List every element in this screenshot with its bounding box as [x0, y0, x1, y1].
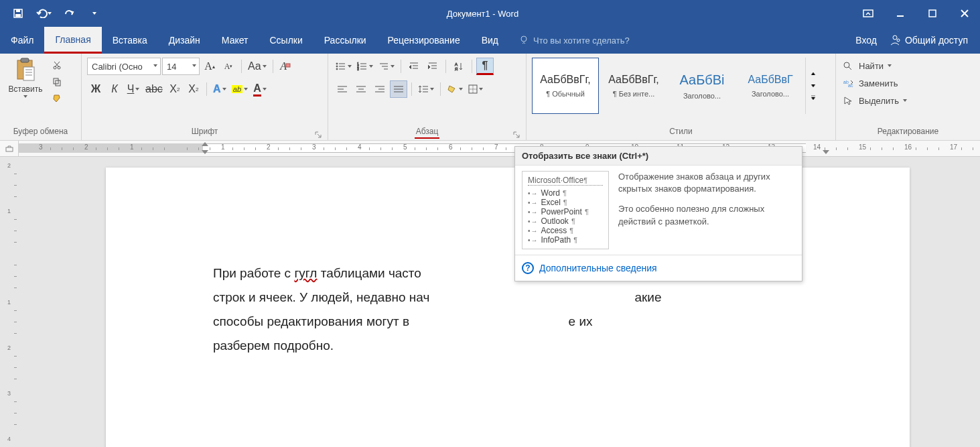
tab-home[interactable]: Главная	[44, 27, 101, 54]
tab-view[interactable]: Вид	[471, 27, 509, 54]
increase-indent-icon[interactable]	[424, 58, 441, 75]
bold-button[interactable]: Ж	[87, 80, 104, 98]
tab-file[interactable]: Файл	[0, 27, 44, 54]
svg-rect-5	[929, 10, 936, 17]
window-controls	[853, 0, 980, 27]
underline-button[interactable]: Ч	[125, 80, 142, 98]
titlebar: Документ1 - Word	[0, 0, 980, 27]
italic-button[interactable]: К	[106, 80, 123, 98]
highlight-icon[interactable]: ab	[230, 80, 250, 98]
group-editing: Найти abac Заменить Выделить Редактирова…	[836, 54, 980, 140]
svg-point-28	[336, 68, 338, 70]
sign-in-link[interactable]: Вход	[855, 35, 877, 46]
share-button[interactable]: Общий доступ	[889, 34, 968, 46]
bullet-list-icon[interactable]	[334, 58, 354, 75]
decrease-indent-icon[interactable]	[405, 58, 423, 75]
ribbon: Вставить Буфер обмена Calibri (Осно 14 A…	[0, 54, 980, 141]
group-font: Calibri (Осно 14 A▴ A▾ Aa A Ж К Ч abc X2…	[82, 54, 328, 140]
close-icon[interactable]	[949, 3, 980, 24]
numbered-list-icon[interactable]: 123	[355, 58, 375, 75]
cut-icon[interactable]	[48, 58, 66, 72]
style-heading1[interactable]: АаБбВі Заголово...	[669, 58, 736, 114]
chevron-down-icon[interactable]	[23, 95, 27, 98]
maximize-icon[interactable]	[917, 3, 948, 24]
tab-design[interactable]: Дизайн	[158, 27, 211, 54]
font-name-value: Calibri (Осно	[92, 62, 143, 72]
styles-gallery[interactable]: АаБбВвГг, ¶ Обычный АаБбВвГг, ¶ Без инте…	[532, 58, 819, 114]
tab-mailings[interactable]: Рассылки	[313, 27, 377, 54]
superscript-button[interactable]: X2	[185, 80, 202, 98]
redo-icon[interactable]	[58, 4, 80, 23]
tell-me-search[interactable]: Что вы хотите сделать?	[509, 27, 630, 54]
grow-font-icon[interactable]: A▴	[201, 58, 218, 75]
ribbon-display-icon[interactable]	[853, 3, 884, 24]
chevron-down-icon[interactable]	[48, 12, 52, 15]
ribbon-tabs: Файл Главная Вставка Дизайн Макет Ссылки…	[0, 27, 980, 54]
group-label-clipboard: Буфер обмена	[5, 124, 76, 139]
tab-layout[interactable]: Макет	[211, 27, 259, 54]
strikethrough-button[interactable]: abc	[143, 80, 165, 98]
ruler-corner[interactable]	[0, 141, 19, 157]
style-heading2[interactable]: АаБбВвГ Заголово...	[737, 58, 804, 114]
multilevel-list-icon[interactable]	[376, 58, 397, 75]
replace-button[interactable]: abac Заменить	[841, 75, 911, 91]
document-area[interactable]: При работе с гугл таблицами часто возник…	[19, 157, 980, 447]
tooltip-preview: Microsoft·Office¶ Word¶Excel¶PowerPoint¶…	[522, 171, 609, 249]
clear-formatting-icon[interactable]: A	[277, 58, 295, 75]
paste-button[interactable]: Вставить	[5, 58, 46, 98]
tab-insert[interactable]: Вставка	[102, 27, 158, 54]
text-effects-icon[interactable]: A	[211, 80, 228, 98]
tab-references[interactable]: Ссылки	[259, 27, 313, 54]
svg-text:Я: Я	[455, 67, 458, 71]
help-icon: ?	[522, 262, 534, 274]
group-label-paragraph: Абзац	[334, 124, 520, 139]
find-button[interactable]: Найти	[841, 58, 911, 74]
shading-icon[interactable]	[445, 80, 465, 98]
svg-rect-70	[6, 147, 13, 151]
svg-point-66	[844, 62, 849, 68]
share-label: Общий доступ	[905, 35, 968, 46]
align-left-icon[interactable]	[334, 80, 351, 98]
sort-icon[interactable]: АЯ	[450, 58, 468, 75]
paste-label: Вставить	[9, 84, 43, 94]
format-painter-icon[interactable]	[48, 91, 66, 106]
show-hide-marks-button[interactable]: ¶	[476, 58, 494, 75]
tooltip-more-link[interactable]: ? Дополнительные сведения	[522, 262, 795, 274]
style-nospacing[interactable]: АаБбВвГг, ¶ Без инте...	[600, 58, 667, 114]
save-icon[interactable]	[7, 4, 29, 23]
align-right-icon[interactable]	[371, 80, 389, 98]
copy-icon[interactable]	[48, 74, 66, 89]
style-normal[interactable]: АаБбВвГг, ¶ Обычный	[532, 58, 599, 114]
svg-text:ac: ac	[848, 83, 853, 88]
dialog-launcher-icon[interactable]	[512, 128, 520, 136]
group-label-editing: Редактирование	[841, 124, 975, 139]
group-clipboard: Вставить Буфер обмена	[0, 54, 82, 140]
line-spacing-icon[interactable]	[416, 80, 436, 98]
window-title: Документ1 - Word	[113, 9, 853, 19]
tell-me-placeholder: Что вы хотите сделать?	[533, 36, 630, 46]
select-button[interactable]: Выделить	[841, 92, 911, 109]
borders-icon[interactable]	[466, 80, 485, 98]
font-size-select[interactable]: 14	[162, 58, 200, 75]
subscript-button[interactable]: X2	[166, 80, 184, 98]
dialog-launcher-icon[interactable]	[314, 128, 322, 136]
horizontal-ruler[interactable]: 3211234567891011121314151617	[19, 141, 980, 157]
change-case-icon[interactable]: Aa	[246, 58, 269, 75]
workspace: 21123456 3211234567891011121314151617 Пр…	[0, 141, 980, 447]
tooltip-show-marks: Отобразить все знаки (Ctrl+*) Microsoft·…	[514, 146, 802, 281]
styles-expand[interactable]	[805, 58, 819, 114]
align-center-icon[interactable]	[352, 80, 370, 98]
shrink-font-icon[interactable]: A▾	[220, 58, 237, 75]
minimize-icon[interactable]	[885, 3, 916, 24]
qat-customize-icon[interactable]	[83, 4, 106, 23]
svg-text:А: А	[455, 62, 458, 66]
svg-rect-1	[16, 9, 20, 12]
undo-icon[interactable]	[32, 4, 55, 23]
font-name-select[interactable]: Calibri (Осно	[87, 58, 161, 75]
svg-rect-23	[286, 64, 290, 67]
group-paragraph: 123 АЯ ¶ Абз	[328, 54, 527, 140]
font-color-icon[interactable]: A	[251, 80, 269, 98]
tab-review[interactable]: Рецензирование	[377, 27, 471, 54]
justify-icon[interactable]	[390, 80, 407, 98]
svg-point-9	[893, 36, 897, 40]
